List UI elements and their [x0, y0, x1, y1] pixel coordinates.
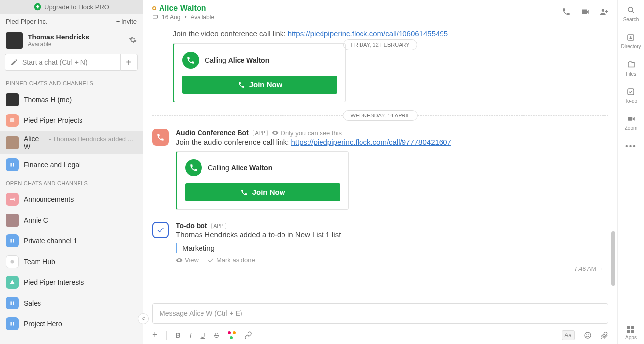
app-rail: Search Directory Files To-do Zoom ••• Ap…	[617, 0, 644, 344]
files-button[interactable]: Files	[626, 60, 636, 76]
message-input[interactable]: Message Alice W (Ctrl + E)	[152, 303, 608, 324]
svg-rect-2	[11, 163, 12, 167]
gear-icon[interactable]	[129, 36, 137, 45]
composer-toolbar: + B I U S Aa	[143, 327, 617, 344]
avatar	[6, 93, 19, 106]
collapse-sidebar-button[interactable]: <	[138, 313, 149, 324]
bold-icon[interactable]: B	[176, 331, 181, 339]
svg-rect-8	[13, 302, 14, 305]
chat-item[interactable]: Pied Piper Interests	[0, 272, 143, 293]
avatar	[6, 214, 19, 227]
chat-name: Alice W	[24, 135, 46, 151]
chat-item[interactable]: Finance and Legal	[0, 154, 143, 175]
scrollbar[interactable]	[611, 231, 615, 286]
start-chat-placeholder: Start a chat (Ctrl + N)	[22, 58, 88, 66]
directory-label: Directory	[621, 44, 641, 49]
msg-status-icon: ○	[601, 266, 604, 272]
directory-button[interactable]: Directory	[621, 33, 641, 49]
more-button[interactable]: •••	[625, 142, 637, 151]
upgrade-icon	[34, 3, 41, 11]
chat-item[interactable]: Announcements	[0, 189, 143, 210]
mark-done-action[interactable]: Mark as done	[207, 256, 255, 264]
video-icon[interactable]	[581, 7, 590, 18]
underline-icon[interactable]: U	[201, 331, 205, 339]
channel-icon	[6, 297, 19, 309]
app-badge: APP	[253, 130, 268, 136]
view-action[interactable]: View	[176, 256, 199, 264]
strike-icon[interactable]: S	[214, 331, 219, 339]
attach-icon[interactable]	[601, 331, 608, 339]
start-chat-input[interactable]: Start a chat (Ctrl + N)	[5, 54, 120, 71]
todo-bot-icon	[152, 222, 169, 238]
svg-point-19	[630, 36, 632, 38]
eye-icon	[176, 257, 183, 264]
avatar	[6, 136, 19, 149]
invite-button[interactable]: + Invite	[116, 18, 137, 25]
chat-item[interactable]: Annie C	[0, 210, 143, 230]
app-badge: APP	[211, 223, 226, 229]
upgrade-banner[interactable]: Upgrade to Flock PRO	[0, 0, 143, 14]
svg-rect-20	[628, 89, 634, 95]
search-button[interactable]: Search	[623, 6, 639, 22]
channel-icon	[6, 193, 19, 206]
join-now-button[interactable]: Join Now	[185, 183, 340, 201]
channel-icon	[6, 114, 19, 127]
svg-rect-5	[13, 239, 14, 243]
chat-name: Project Hero	[24, 320, 62, 328]
org-name[interactable]: Pied Piper Inc.	[6, 18, 48, 25]
check-icon	[207, 257, 214, 264]
visibility-note: Only you can see this	[281, 129, 342, 137]
color-icon[interactable]	[228, 331, 236, 339]
presence-indicator	[152, 6, 156, 10]
call-icon[interactable]	[562, 7, 571, 18]
new-chat-plus[interactable]: +	[120, 54, 138, 71]
chat-item[interactable]: Sales	[0, 293, 143, 313]
italic-icon[interactable]: I	[190, 331, 192, 339]
todo-button[interactable]: To-do	[625, 87, 637, 104]
chat-item-active[interactable]: Alice W - Thomas Hendricks added a t…	[0, 131, 143, 154]
user-name: Thomas Hendricks	[28, 33, 124, 41]
chat-name: Annie C	[24, 216, 48, 224]
bot-icon	[152, 129, 169, 146]
svg-rect-3	[13, 163, 14, 167]
svg-point-6	[11, 260, 14, 264]
chat-item[interactable]: Team Hub	[0, 251, 143, 272]
call-card: Calling Alice Walton Join Now	[176, 151, 349, 210]
emoji-icon[interactable]	[584, 331, 592, 339]
chat-item[interactable]: Private channel 1	[0, 230, 143, 251]
apps-button[interactable]: Apps	[625, 326, 637, 340]
chat-item[interactable]: Pied Piper Projects	[0, 110, 143, 131]
zoom-label: Zoom	[625, 125, 638, 131]
truncated-text: Join the video conference call link:	[173, 29, 288, 38]
calling-name: Alice Walton	[228, 56, 270, 64]
svg-point-14	[585, 332, 591, 338]
svg-rect-12	[155, 19, 156, 19]
svg-rect-1	[10, 118, 14, 122]
call-card: Calling Alice Walton Join Now	[173, 43, 346, 102]
upgrade-label: Upgrade to Flock PRO	[44, 3, 109, 11]
current-user[interactable]: Thomas Hendricks Available	[0, 29, 143, 54]
svg-rect-21	[628, 117, 632, 121]
format-toggle[interactable]: Aa	[562, 330, 575, 340]
msg-link[interactable]: https://piedpiperinc.flock.com/call/9777…	[291, 138, 451, 146]
apps-label: Apps	[625, 335, 637, 340]
join-now-button[interactable]: Join Now	[182, 76, 337, 94]
search-label: Search	[623, 17, 639, 22]
messages-pane[interactable]: Join the video conference call link: htt…	[143, 24, 617, 303]
svg-rect-7	[11, 302, 12, 305]
compose-icon	[10, 58, 18, 66]
calling-name: Alice Walton	[231, 164, 273, 172]
chat-name: Private channel 1	[24, 237, 77, 245]
phone-icon	[185, 159, 202, 176]
message: To-do bot APP Thomas Hendricks added a t…	[152, 222, 608, 272]
plus-icon[interactable]: +	[152, 330, 158, 340]
add-user-icon[interactable]	[600, 7, 608, 18]
chat-item[interactable]: Thomas H (me)	[0, 89, 143, 110]
link-icon[interactable]	[244, 331, 252, 339]
zoom-button[interactable]: Zoom	[625, 115, 638, 131]
chat-item[interactable]: Project Hero	[0, 313, 143, 334]
chat-title[interactable]: Alice Walton	[159, 4, 206, 13]
truncated-link[interactable]: https://piedpiperinc.flock.com/call/1060…	[288, 29, 448, 38]
chat-name: Pied Piper Projects	[24, 116, 82, 124]
phone-icon	[182, 52, 199, 69]
